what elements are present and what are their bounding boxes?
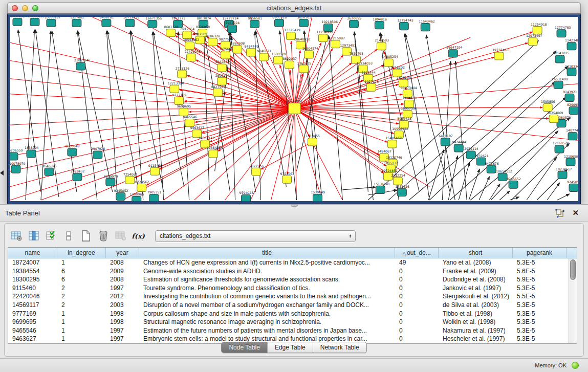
column-header-in_degree[interactable]: in_degree [57, 248, 106, 258]
svg-text:11423486: 11423486 [565, 38, 578, 42]
delete-entry-icon[interactable] [98, 230, 109, 242]
cell-name: 9465546 [8, 326, 57, 335]
float-panel-icon[interactable] [555, 209, 564, 218]
svg-text:2935114: 2935114 [464, 147, 478, 150]
table-row[interactable]: 1938455462009Genome-wide association stu… [8, 267, 569, 276]
cell-in_degree: 2 [57, 292, 106, 301]
column-header-year[interactable]: year [106, 248, 139, 258]
cell-out_de: 0 [395, 292, 439, 301]
cell-name: 9699695 [8, 318, 57, 326]
table-column-icon[interactable] [28, 230, 39, 242]
svg-text:18120746: 18120746 [386, 156, 402, 159]
cell-pagerank: 5.6E-5 [513, 267, 567, 276]
delete-table-icon [115, 230, 126, 242]
cell-year: 1997 [106, 326, 139, 335]
svg-text:18724007: 18724007 [287, 99, 303, 103]
row-height-icon[interactable] [63, 230, 74, 242]
tab-edge-table[interactable]: Edge Table [268, 342, 313, 353]
svg-text:8959428: 8959428 [397, 117, 411, 120]
cell-out_de: 0 [395, 310, 439, 318]
svg-text:6479197: 6479197 [439, 134, 453, 138]
divider-handle[interactable] [291, 204, 298, 207]
cell-short: Yano et al. (2008) [439, 258, 513, 267]
table-row[interactable]: 969969511998Structural magnetic resonanc… [8, 318, 569, 326]
column-header-pagerank[interactable]: pagerank [513, 248, 567, 258]
table-body: 1872400712008Changes of HCN gene express… [8, 258, 569, 343]
svg-text:9827504: 9827504 [219, 37, 233, 41]
svg-text:1484067: 1484067 [377, 149, 391, 153]
cell-title: Tourette syndrome. Phenomenology and cla… [139, 284, 395, 293]
svg-text:8290953: 8290953 [567, 103, 578, 106]
svg-text:1407749: 1407749 [566, 128, 578, 132]
svg-text:9463627: 9463627 [190, 126, 205, 129]
svg-text:2867608: 2867608 [231, 41, 245, 45]
svg-text:19384554: 19384554 [207, 146, 223, 149]
function-builder-icon[interactable]: f(x) [133, 230, 144, 242]
svg-text:1539049: 1539049 [311, 190, 325, 194]
hidden-panel-arrow-icon[interactable] [0, 170, 4, 176]
cell-out_de: 0 [395, 318, 439, 326]
window-titlebar[interactable]: citations_edges.txt [7, 2, 581, 14]
column-header-name[interactable]: name [8, 248, 57, 258]
tab-node-table[interactable]: Node Table [222, 342, 268, 353]
svg-text:9827509: 9827509 [193, 32, 208, 36]
table-select[interactable]: citations_edges.txt ▴▾ [155, 230, 356, 242]
cell-year: 2008 [106, 275, 139, 284]
svg-text:9056501: 9056501 [248, 17, 263, 20]
cell-short: Stergiakouli et al. (2012) [439, 292, 513, 301]
svg-text:8724562: 8724562 [135, 180, 149, 184]
table-scrollbar-thumb[interactable] [570, 259, 576, 280]
svg-text:26206550: 26206550 [10, 148, 23, 152]
svg-text:9245051: 9245051 [567, 180, 578, 184]
table-header-row: namein_degreeyeartitle△out_de...shortpag… [8, 248, 577, 258]
tab-network-table[interactable]: Network Table [313, 342, 366, 353]
application-root: citations_edges.txt 94055722769140610653… [0, 0, 588, 372]
cell-pagerank: 5.3E-5 [513, 258, 567, 267]
svg-text:8226058: 8226058 [196, 25, 210, 29]
sort-ascending-icon: △ [402, 251, 406, 256]
column-header-short[interactable]: short [439, 248, 513, 258]
network-canvas[interactable]: 9405572276914061065328715276026486161107… [10, 17, 578, 201]
svg-text:2718126: 2718126 [176, 67, 190, 70]
svg-text:3216202: 3216202 [390, 65, 405, 69]
svg-text:3175685: 3175685 [219, 47, 233, 51]
select-rows-icon[interactable] [46, 230, 57, 242]
svg-text:9143921: 9143921 [563, 90, 577, 94]
new-table-icon[interactable] [80, 230, 92, 242]
svg-text:16531408: 16531408 [552, 77, 568, 81]
svg-text:9546325: 9546325 [42, 164, 57, 168]
table-row[interactable]: 1456911722003Disruption of a novel membe… [8, 301, 569, 310]
svg-text:9242848: 9242848 [215, 60, 230, 63]
table-scrollbar[interactable] [569, 258, 577, 343]
table-settings-icon[interactable] [11, 230, 22, 242]
column-header-out_de[interactable]: △out_de... [395, 248, 439, 258]
svg-text:1588520: 1588520 [272, 52, 286, 56]
cell-in_degree: 1 [57, 310, 106, 318]
table-row[interactable]: 977716911998Corpus callosum shape and si… [8, 310, 569, 318]
svg-text:2148503: 2148503 [375, 38, 389, 42]
table-row[interactable]: 911546021997Tourette syndrome. Phenomeno… [8, 284, 569, 293]
svg-text:3028105: 3028105 [297, 17, 311, 19]
svg-text:16671355: 16671355 [146, 17, 162, 20]
svg-text:14805254: 14805254 [382, 55, 398, 58]
table-row[interactable]: 1872400712008Changes of HCN gene express… [8, 258, 569, 267]
table-row[interactable]: 2242004622012Investigating the contribut… [8, 292, 569, 301]
cell-out_de: 0 [395, 301, 439, 310]
svg-text:10078979: 10078979 [10, 162, 26, 165]
cell-year: 1998 [106, 310, 139, 318]
close-panel-icon[interactable]: ✕ [572, 208, 579, 217]
cell-name: 9115460 [8, 284, 57, 293]
svg-text:7951273: 7951273 [171, 17, 186, 20]
cell-in_degree: 6 [57, 275, 106, 284]
cell-in_degree: 6 [57, 267, 106, 276]
table-row[interactable]: 1830029562008Estimation of significance … [8, 275, 569, 284]
table-toolbar: f(x) citations_edges.txt ▴▾ [11, 228, 356, 244]
svg-text:2907924: 2907924 [91, 147, 105, 150]
column-header-title[interactable]: title [139, 248, 395, 258]
svg-text:11073404: 11073404 [401, 86, 417, 90]
cell-year: 1998 [106, 318, 139, 326]
cell-pagerank: 5.3E-5 [513, 326, 567, 335]
table-row[interactable]: 946554611997Estimation of the future num… [8, 326, 569, 335]
cell-name: 18724007 [8, 258, 57, 267]
cell-year: 2009 [106, 267, 139, 276]
